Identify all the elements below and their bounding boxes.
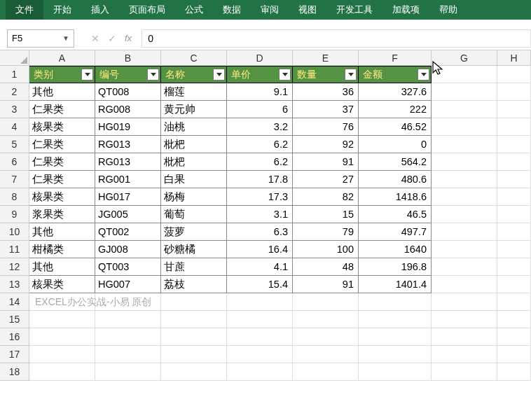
cell-4-C[interactable]: 油桃 — [161, 118, 227, 136]
filter-dropdown-icon[interactable] — [418, 69, 429, 80]
cell-empty[interactable] — [432, 188, 497, 206]
cell-13-B[interactable]: HG007 — [95, 276, 161, 293]
cell-18-B[interactable] — [95, 363, 161, 381]
cell-12-B[interactable]: QT003 — [95, 258, 161, 276]
cell-empty[interactable] — [432, 171, 497, 188]
row-header-9[interactable]: 9 — [0, 206, 29, 223]
cell-12-D[interactable]: 4.1 — [227, 258, 293, 276]
cell-8-B[interactable]: HG017 — [95, 188, 161, 206]
cell-empty[interactable] — [497, 188, 531, 206]
column-header-D[interactable]: D — [227, 50, 293, 65]
cell-2-D[interactable]: 9.1 — [227, 83, 293, 101]
cell-empty[interactable] — [497, 136, 531, 153]
fx-icon[interactable]: fx — [125, 33, 132, 43]
cell-7-D[interactable]: 17.8 — [227, 171, 293, 188]
ribbon-tab-4[interactable]: 公式 — [175, 0, 213, 20]
cell-5-B[interactable]: RG013 — [95, 136, 161, 153]
cell-2-E[interactable]: 36 — [293, 83, 359, 101]
cell-4-F[interactable]: 46.52 — [359, 118, 432, 136]
cell-13-A[interactable]: 核果类 — [29, 276, 95, 293]
cell-empty[interactable] — [497, 276, 531, 293]
cell-empty[interactable] — [497, 241, 531, 258]
table-header-2[interactable]: 名称 — [161, 66, 227, 83]
cell-2-F[interactable]: 327.6 — [359, 83, 432, 101]
name-box[interactable]: F5 ▼ — [7, 29, 74, 48]
cell-8-E[interactable]: 82 — [293, 188, 359, 206]
cell-empty[interactable] — [497, 66, 531, 83]
cell-12-F[interactable]: 196.8 — [359, 258, 432, 276]
formula-input[interactable]: 0 — [142, 29, 531, 48]
cell-15-C[interactable] — [161, 311, 227, 328]
cell-17-C[interactable] — [161, 346, 227, 363]
cell-6-F[interactable]: 564.2 — [359, 153, 432, 171]
ribbon-tab-3[interactable]: 页面布局 — [119, 0, 175, 20]
row-header-3[interactable]: 3 — [0, 101, 29, 118]
cell-16-B[interactable] — [95, 328, 161, 346]
cell-5-D[interactable]: 6.2 — [227, 136, 293, 153]
cell-16-D[interactable] — [227, 328, 293, 346]
table-header-0[interactable]: 类别 — [29, 66, 95, 83]
cell-5-A[interactable]: 仁果类 — [29, 136, 95, 153]
cell-14-G[interactable] — [432, 293, 497, 311]
cell-7-C[interactable]: 白果 — [161, 171, 227, 188]
column-header-F[interactable]: F — [359, 50, 432, 65]
cell-14-F[interactable] — [359, 293, 432, 311]
cell-2-C[interactable]: 榴莲 — [161, 83, 227, 101]
cell-15-E[interactable] — [293, 311, 359, 328]
cell-17-E[interactable] — [293, 346, 359, 363]
cell-8-C[interactable]: 杨梅 — [161, 188, 227, 206]
cell-9-A[interactable]: 浆果类 — [29, 206, 95, 223]
cell-5-E[interactable]: 92 — [293, 136, 359, 153]
ribbon-tab-8[interactable]: 开发工具 — [326, 0, 382, 20]
filter-dropdown-icon[interactable] — [345, 69, 357, 80]
row-header-18[interactable]: 18 — [0, 363, 29, 381]
select-all-corner[interactable] — [0, 50, 29, 65]
cell-10-B[interactable]: QT002 — [95, 223, 161, 241]
row-header-14[interactable]: 14 — [0, 293, 29, 311]
table-header-5[interactable]: 金额 — [359, 66, 432, 83]
cell-17-F[interactable] — [359, 346, 432, 363]
row-header-10[interactable]: 10 — [0, 223, 29, 241]
cell-6-E[interactable]: 91 — [293, 153, 359, 171]
cell-7-A[interactable]: 仁果类 — [29, 171, 95, 188]
cell-2-B[interactable]: QT008 — [95, 83, 161, 101]
cell-15-B[interactable] — [95, 311, 161, 328]
cell-14-E[interactable] — [293, 293, 359, 311]
cell-17-D[interactable] — [227, 346, 293, 363]
cell-13-F[interactable]: 1401.4 — [359, 276, 432, 293]
cell-15-D[interactable] — [227, 311, 293, 328]
cell-11-C[interactable]: 砂糖橘 — [161, 241, 227, 258]
cell-10-D[interactable]: 6.3 — [227, 223, 293, 241]
cell-18-D[interactable] — [227, 363, 293, 381]
cell-3-C[interactable]: 黄元帅 — [161, 101, 227, 118]
cell-14-B[interactable] — [95, 293, 161, 311]
cell-15-G[interactable] — [432, 311, 497, 328]
cell-8-A[interactable]: 核果类 — [29, 188, 95, 206]
cell-6-C[interactable]: 枇杷 — [161, 153, 227, 171]
column-header-B[interactable]: B — [95, 50, 161, 65]
cell-6-A[interactable]: 仁果类 — [29, 153, 95, 171]
cell-14-H[interactable] — [497, 293, 531, 311]
cell-3-B[interactable]: RG008 — [95, 101, 161, 118]
table-header-4[interactable]: 数量 — [293, 66, 359, 83]
cell-11-F[interactable]: 1640 — [359, 241, 432, 258]
cell-6-B[interactable]: RG013 — [95, 153, 161, 171]
row-header-5[interactable]: 5 — [0, 136, 29, 153]
cell-empty[interactable] — [432, 83, 497, 101]
cell-17-A[interactable] — [29, 346, 95, 363]
cell-empty[interactable] — [497, 171, 531, 188]
cell-17-H[interactable] — [497, 346, 531, 363]
ribbon-tab-10[interactable]: 帮助 — [429, 0, 467, 20]
cell-16-H[interactable] — [497, 328, 531, 346]
ribbon-tab-1[interactable]: 开始 — [43, 0, 81, 20]
table-header-3[interactable]: 单价 — [227, 66, 293, 83]
cell-7-F[interactable]: 480.6 — [359, 171, 432, 188]
cell-empty[interactable] — [432, 153, 497, 171]
cell-empty[interactable] — [432, 101, 497, 118]
cell-empty[interactable] — [432, 66, 497, 83]
cell-6-D[interactable]: 6.2 — [227, 153, 293, 171]
row-header-7[interactable]: 7 — [0, 171, 29, 188]
row-header-2[interactable]: 2 — [0, 83, 29, 101]
cell-18-C[interactable] — [161, 363, 227, 381]
row-header-13[interactable]: 13 — [0, 276, 29, 293]
